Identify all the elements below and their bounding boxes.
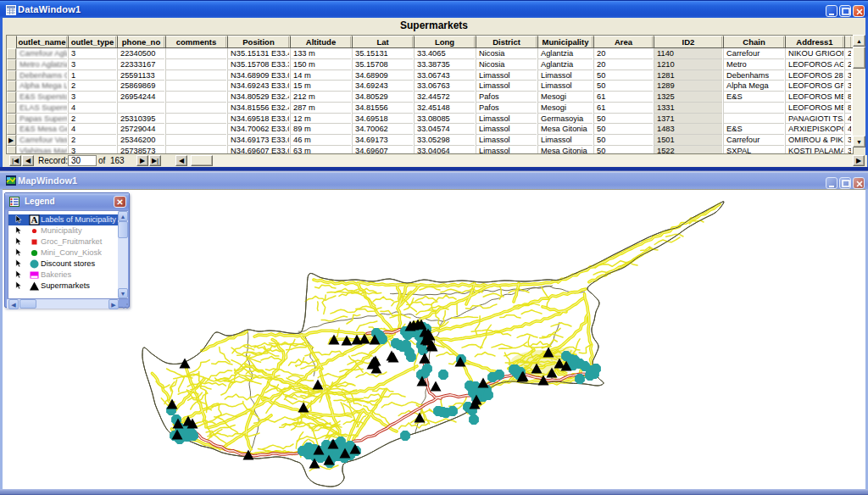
svg-text:A: A xyxy=(31,214,38,225)
